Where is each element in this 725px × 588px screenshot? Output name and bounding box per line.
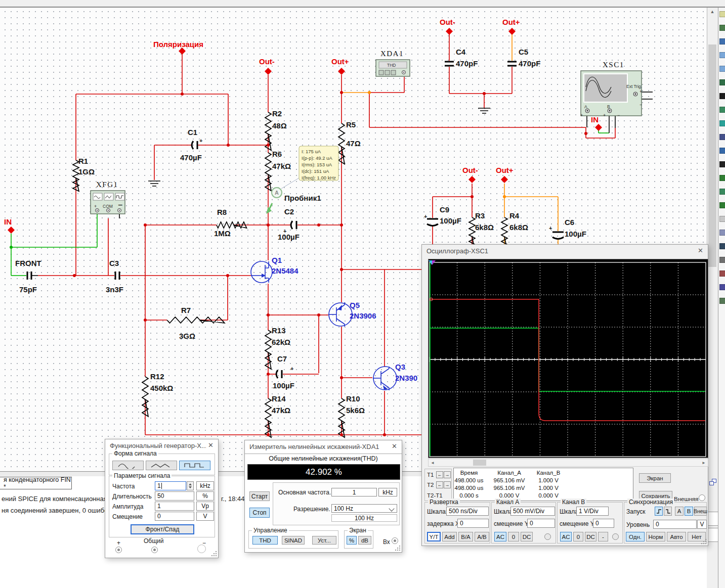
component-label[interactable]: 450kΩ [150, 384, 173, 392]
capacitor-symbol[interactable] [552, 237, 564, 239]
component-label[interactable]: Пробник1 [284, 194, 321, 202]
component-label[interactable]: 5k6Ω [346, 406, 365, 415]
cha-zero-button[interactable]: 0 [508, 532, 519, 541]
net-connector-diamond[interactable] [446, 28, 453, 35]
toolbar-icon[interactable] [719, 216, 725, 222]
duty-input[interactable]: 50 [155, 491, 194, 501]
capacitor-symbol[interactable] [192, 141, 193, 149]
right-toolbar[interactable] [718, 0, 725, 588]
instrument-refdes[interactable]: XSC1 [603, 61, 624, 69]
component-label[interactable]: R2 [272, 109, 282, 118]
component-label[interactable]: C2 [284, 207, 294, 216]
component-label[interactable]: FRONT [15, 259, 41, 267]
toolbar-icon[interactable] [719, 134, 725, 140]
edge-button[interactable]: Фронт/Спад [131, 524, 194, 534]
sheet-tab[interactable]: я конденцаторного FIN * [0, 477, 72, 489]
component-label[interactable]: 47kΩ [272, 162, 291, 170]
scope-scroll-thumb[interactable] [473, 460, 486, 466]
toolbar-icon[interactable] [719, 298, 725, 304]
schematic-label[interactable]: − [118, 201, 122, 209]
trigger-source-a[interactable]: A [675, 507, 684, 516]
icon-text[interactable]: COM [103, 204, 113, 209]
common-terminal[interactable] [151, 547, 158, 553]
component-label[interactable]: 3n3F [106, 285, 123, 294]
toolbar-icon[interactable] [719, 202, 725, 208]
toolbar-icon[interactable] [719, 175, 725, 181]
component-label[interactable]: 100µF [440, 216, 461, 225]
polarity-plus[interactable]: + [283, 228, 286, 234]
rising-edge-icon[interactable] [655, 507, 663, 516]
t2-right-button[interactable]: → [444, 481, 451, 488]
transistor-label[interactable]: Q3 [395, 363, 405, 371]
chb-minus-button[interactable]: - [598, 532, 608, 541]
component-label[interactable]: C4 [456, 48, 466, 56]
component-label[interactable]: 470pF [519, 59, 540, 68]
scroll-up-icon[interactable]: ▲ [708, 8, 716, 16]
net-connector-diamond[interactable] [8, 227, 15, 234]
offset-input[interactable]: 0 [155, 512, 194, 521]
trigger-auto-button[interactable]: Авто [667, 532, 686, 541]
chb-zero-button[interactable]: 0 [573, 532, 583, 541]
component-label[interactable]: 100µF [565, 230, 586, 238]
t2-left-button[interactable]: ← [436, 481, 443, 488]
component-label[interactable]: C6 [565, 218, 574, 227]
component-label[interactable]: C7 [277, 354, 287, 363]
ba-mode-button[interactable]: B/A [458, 532, 473, 541]
component-label[interactable]: 470µF [180, 153, 202, 162]
toolbar-icon[interactable] [719, 52, 725, 58]
component-label[interactable]: 1GΩ [78, 167, 95, 176]
screen-button[interactable]: Экран [639, 473, 671, 483]
component-label[interactable]: R6 [272, 150, 282, 158]
scroll-left-icon[interactable]: ◄ [429, 459, 437, 466]
frequency-stepper[interactable] [187, 481, 194, 490]
sine-wave-button[interactable] [112, 461, 144, 470]
net-label[interactable]: Поляризация [153, 40, 203, 49]
resistor-symbol[interactable] [142, 377, 148, 417]
external-radio[interactable] [699, 494, 705, 501]
chb-scale-input[interactable]: 1 V/Div [576, 507, 609, 516]
scroll-right-icon[interactable]: ► [700, 459, 708, 466]
db-button[interactable]: dB [358, 536, 371, 545]
ground-symbol[interactable] [148, 181, 160, 186]
scope-titlebar[interactable]: Осциллограф-XSC1 ✕ [422, 245, 708, 257]
icon-text[interactable]: + [580, 113, 583, 118]
component-label[interactable]: 6k8Ω [509, 223, 528, 232]
timebase-scale-input[interactable]: 500 ns/Div [446, 507, 489, 516]
timebase-delay-input[interactable]: 0 [457, 519, 489, 528]
toolbar-icon[interactable] [719, 284, 725, 290]
net-label[interactable]: Out+ [502, 18, 520, 26]
resistor-symbol[interactable] [265, 398, 271, 437]
net-label[interactable]: Out- [462, 166, 478, 174]
start-button[interactable]: Старт [249, 491, 270, 501]
component-label[interactable]: 6k8Ω [475, 223, 494, 232]
component-label[interactable]: 47kΩ [272, 406, 290, 415]
scope-screen[interactable] [428, 259, 708, 458]
icon-text[interactable]: THD [387, 63, 396, 68]
probe-readout-line[interactable]: I(dc): 151 uA [302, 168, 329, 174]
probe-readout-line[interactable]: I(p-p): 49.2 uA [302, 155, 332, 161]
distortion-analyzer-dialog[interactable]: Измеритель нелинейных искажений-XDA1 ✕ О… [244, 440, 402, 553]
chb-offset-input[interactable]: 0 [593, 519, 614, 528]
component-label[interactable]: 75pF [19, 285, 37, 294]
component-label[interactable]: R10 [346, 394, 360, 403]
component-label[interactable]: R14 [272, 394, 286, 403]
icon-text[interactable]: B [607, 104, 610, 109]
transistor-label[interactable]: 2N5484 [272, 266, 298, 275]
frequency-input[interactable]: 1 [155, 481, 186, 490]
polarity-plus[interactable]: + [199, 138, 202, 144]
function-generator-dialog[interactable]: Функциональный генератор-Х... ✕ Форма си… [105, 439, 219, 558]
cascade-windows-icon[interactable] [709, 479, 718, 486]
component-label[interactable]: C3 [109, 259, 119, 267]
toolbar-icon[interactable] [719, 11, 725, 17]
cha-dc-button[interactable]: DC [521, 532, 533, 541]
toolbar-icon[interactable] [719, 257, 725, 263]
trigger-source-b[interactable]: B [685, 507, 693, 516]
icon-text[interactable]: Ext Trig. [626, 84, 642, 89]
probe-letter[interactable]: A [275, 190, 279, 196]
close-icon[interactable]: ✕ [698, 247, 703, 254]
net-label[interactable]: Out+ [496, 166, 514, 174]
transistor-label[interactable]: Q1 [272, 256, 282, 264]
component-label[interactable]: R12 [150, 372, 164, 381]
icon-text[interactable]: + [94, 204, 97, 209]
component-label[interactable]: R3 [475, 211, 485, 220]
